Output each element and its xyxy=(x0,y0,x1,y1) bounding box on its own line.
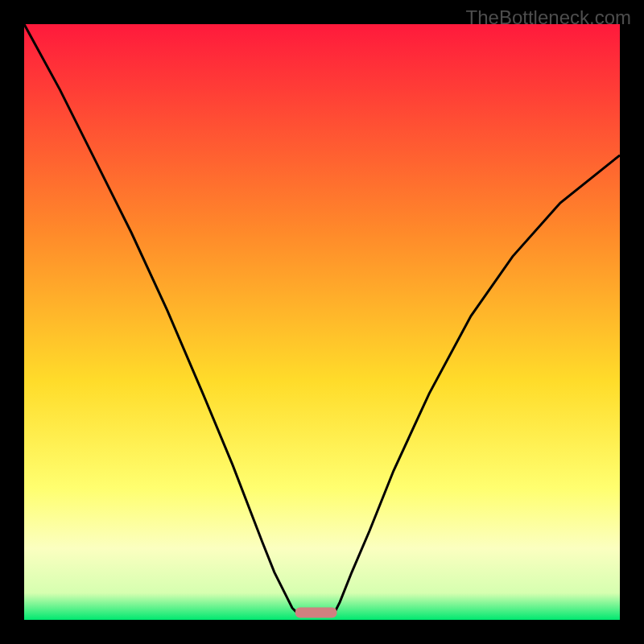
chart-frame: TheBottleneck.com xyxy=(0,0,644,644)
plot-background xyxy=(24,24,620,620)
watermark-text: TheBottleneck.com xyxy=(466,6,631,29)
bottleneck-chart xyxy=(24,24,620,620)
bottleneck-marker xyxy=(295,608,337,618)
